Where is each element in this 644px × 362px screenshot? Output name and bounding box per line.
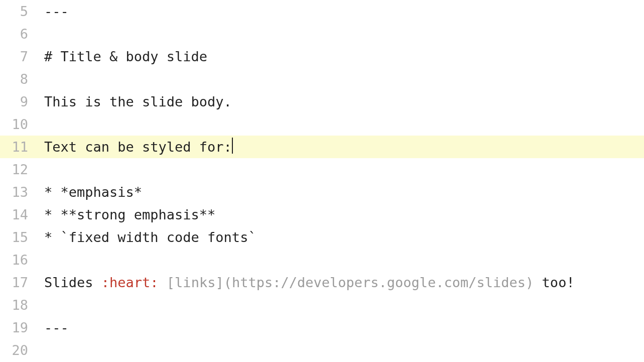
line-number: 8	[0, 68, 32, 90]
editor-line-11[interactable]: 11Text can be styled for:	[0, 136, 644, 158]
code-segment: * `fixed width code fonts`	[44, 229, 256, 245]
line-number: 20	[0, 339, 32, 361]
editor-line-8[interactable]: 8	[0, 68, 644, 90]
code-segment: Slides	[44, 275, 101, 290]
code-segment: * *emphasis*	[44, 184, 142, 200]
code-segment: Text can be styled for:	[44, 139, 232, 155]
line-number: 17	[0, 271, 32, 294]
line-number: 6	[0, 23, 32, 45]
editor-line-19[interactable]: 19---	[0, 316, 644, 339]
line-content[interactable]: ---	[32, 0, 644, 23]
line-content[interactable]: * `fixed width code fonts`	[32, 226, 644, 249]
line-number: 15	[0, 226, 32, 249]
line-content[interactable]: Slides :heart: [links](https://developer…	[32, 271, 644, 294]
line-number: 19	[0, 316, 32, 339]
line-number: 12	[0, 158, 32, 181]
line-number: 5	[0, 0, 32, 23]
line-number: 11	[0, 136, 32, 158]
editor-line-7[interactable]: 7# Title & body slide	[0, 45, 644, 68]
line-number: 13	[0, 181, 32, 203]
line-number: 7	[0, 45, 32, 68]
editor-line-6[interactable]: 6	[0, 23, 644, 45]
code-editor[interactable]: 5---67# Title & body slide89This is the …	[0, 0, 644, 362]
editor-line-13[interactable]: 13* *emphasis*	[0, 181, 644, 203]
code-segment: ---	[44, 4, 69, 19]
code-segment: * **strong emphasis**	[44, 207, 215, 222]
editor-line-14[interactable]: 14* **strong emphasis**	[0, 203, 644, 226]
line-content[interactable]: * **strong emphasis**	[32, 203, 644, 226]
code-segment: This is the slide body.	[44, 94, 232, 109]
editor-line-18[interactable]: 18	[0, 294, 644, 316]
editor-line-16[interactable]: 16	[0, 249, 644, 271]
text-cursor	[232, 138, 233, 154]
line-content[interactable]: This is the slide body.	[32, 90, 644, 113]
code-segment: # Title & body slide	[44, 49, 207, 64]
code-segment: :heart:	[101, 275, 159, 290]
line-content[interactable]: ---	[32, 316, 644, 339]
line-content[interactable]: # Title & body slide	[32, 45, 644, 68]
editor-line-15[interactable]: 15* `fixed width code fonts`	[0, 226, 644, 249]
editor-line-10[interactable]: 10	[0, 113, 644, 136]
editor-line-9[interactable]: 9This is the slide body.	[0, 90, 644, 113]
line-number: 14	[0, 203, 32, 226]
line-content[interactable]: * *emphasis*	[32, 181, 644, 203]
line-number: 18	[0, 294, 32, 316]
code-segment: ---	[44, 320, 69, 335]
editor-line-20[interactable]: 20	[0, 339, 644, 361]
code-segment: [links](https://developers.google.com/sl…	[167, 275, 534, 290]
line-number: 9	[0, 90, 32, 113]
code-segment: too!	[534, 275, 574, 290]
line-number: 16	[0, 249, 32, 271]
editor-line-17[interactable]: 17Slides :heart: [links](https://develop…	[0, 271, 644, 294]
code-segment	[159, 275, 167, 290]
line-content[interactable]: Text can be styled for:	[32, 136, 644, 158]
line-number: 10	[0, 113, 32, 136]
editor-line-5[interactable]: 5---	[0, 0, 644, 23]
editor-line-12[interactable]: 12	[0, 158, 644, 181]
